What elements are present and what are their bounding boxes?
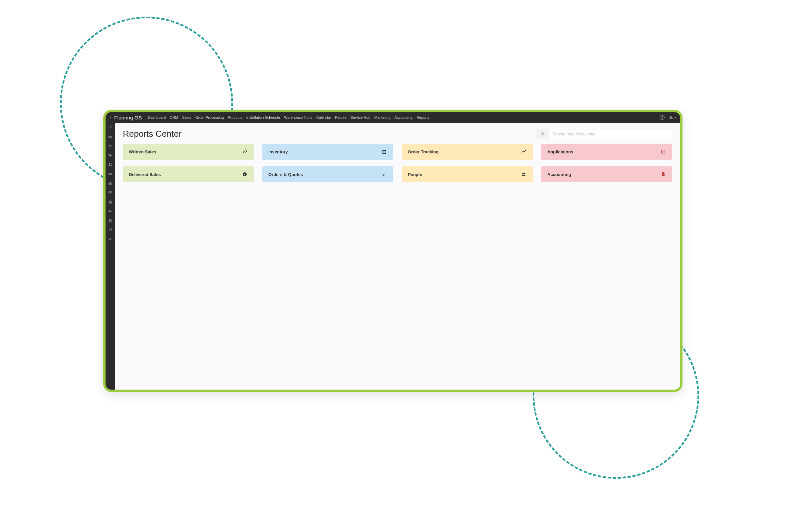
svg-rect-16 xyxy=(662,173,665,176)
svg-rect-2 xyxy=(383,150,386,151)
nav-item-crm[interactable]: CRM xyxy=(170,115,178,119)
search-icon xyxy=(540,132,545,136)
card-accounting[interactable]: Accounting xyxy=(541,166,672,182)
svg-line-1 xyxy=(543,134,544,135)
svg-text:$: $ xyxy=(244,173,246,176)
user-menu[interactable]: JL ▾ xyxy=(669,115,676,119)
card-orders-quotes[interactable]: Orders & Quotes xyxy=(262,166,393,182)
cart-icon[interactable] xyxy=(108,144,113,149)
nav-item-accounting[interactable]: Accounting xyxy=(394,115,412,119)
svg-rect-3 xyxy=(383,151,386,153)
main-content: Reports Center Written Sales xyxy=(115,123,680,390)
left-sidebar xyxy=(106,123,115,390)
svg-rect-17 xyxy=(663,172,664,173)
card-inventory[interactable]: Inventory xyxy=(262,144,393,160)
dollar-icon: $ xyxy=(242,171,248,177)
nav-item-products[interactable]: Products xyxy=(228,115,242,119)
nav-items: Dashboard CRM Sales Order Processing Pro… xyxy=(148,115,429,119)
history-icon xyxy=(242,149,248,155)
window-icon xyxy=(660,149,666,155)
help-icon[interactable]: ? xyxy=(660,115,665,120)
nav-item-warehouse-tools[interactable]: Warehouse Tools xyxy=(284,115,312,119)
search-wrap xyxy=(536,129,672,139)
card-label: Delivered Sales xyxy=(129,172,161,177)
brand-name-a: Flooring xyxy=(114,115,134,120)
navbar-right: ? JL ▾ xyxy=(660,115,676,120)
svg-point-15 xyxy=(523,173,524,174)
truck-icon[interactable] xyxy=(108,209,113,214)
svg-rect-5 xyxy=(662,150,665,153)
card-written-sales[interactable]: Written Sales xyxy=(123,144,254,160)
search-button[interactable] xyxy=(536,129,549,139)
card-delivered-sales[interactable]: Delivered Sales $ xyxy=(123,166,254,182)
card-icon[interactable] xyxy=(108,171,113,177)
nav-item-dashboard[interactable]: Dashboard xyxy=(148,115,166,119)
card-order-tracking[interactable]: Order Tracking xyxy=(402,144,533,160)
svg-rect-19 xyxy=(663,175,664,175)
nav-collapse-chevron-icon[interactable]: › xyxy=(110,115,111,120)
archive-icon xyxy=(381,149,387,155)
nav-item-calendar[interactable]: Calendar xyxy=(316,115,331,119)
card-label: People xyxy=(408,172,422,177)
app-frame: › Flooring OS Dashboard CRM Sales Order … xyxy=(103,110,683,392)
brand-name-b: OS xyxy=(134,115,142,120)
user-initials: JL xyxy=(669,115,673,119)
card-label: Order Tracking xyxy=(408,149,439,154)
card-label: Orders & Quotes xyxy=(268,172,303,177)
card-label: Inventory xyxy=(268,149,288,154)
svg-point-0 xyxy=(541,132,543,135)
page-title: Reports Center xyxy=(123,129,182,139)
calendar-icon[interactable] xyxy=(108,199,113,205)
card-label: Written Sales xyxy=(129,149,156,154)
list-icon xyxy=(381,171,387,177)
chevron-down-icon: ▾ xyxy=(674,116,676,119)
group-icon xyxy=(521,171,527,177)
card-people[interactable]: People xyxy=(402,166,533,182)
gauge-icon[interactable] xyxy=(108,125,113,130)
card-applications[interactable]: Applications xyxy=(541,144,672,160)
chat-icon[interactable] xyxy=(108,190,113,195)
trend-icon xyxy=(521,149,527,155)
nav-item-reports[interactable]: Reports xyxy=(416,115,429,119)
settings-icon[interactable] xyxy=(108,227,113,232)
main-header: Reports Center xyxy=(123,129,672,139)
search-input[interactable] xyxy=(549,129,672,139)
people-icon[interactable] xyxy=(108,162,113,167)
report-icon[interactable] xyxy=(108,218,113,223)
card-label: Applications xyxy=(547,149,573,154)
brand-logo[interactable]: Flooring OS xyxy=(114,115,142,120)
nav-item-people[interactable]: People xyxy=(335,115,346,119)
nav-item-marketing[interactable]: Marketing xyxy=(374,115,391,119)
megaphone-icon[interactable] xyxy=(108,236,113,242)
nav-item-service-hub[interactable]: Service Hub xyxy=(351,115,371,119)
svg-rect-18 xyxy=(663,174,664,174)
nav-item-sales[interactable]: Sales xyxy=(182,115,191,119)
nav-item-order-processing[interactable]: Order Processing xyxy=(196,115,224,119)
warehouse-icon[interactable] xyxy=(108,180,113,186)
nav-item-installation-schedule[interactable]: Installation Schedule xyxy=(246,115,280,119)
card-label: Accounting xyxy=(547,172,571,177)
cards-grid: Written Sales Inventory Order Tracking xyxy=(123,144,672,182)
clipboard-icon xyxy=(660,171,666,177)
top-navbar: › Flooring OS Dashboard CRM Sales Order … xyxy=(106,112,680,123)
folder-icon[interactable] xyxy=(108,134,113,139)
tags-icon[interactable] xyxy=(108,153,113,158)
